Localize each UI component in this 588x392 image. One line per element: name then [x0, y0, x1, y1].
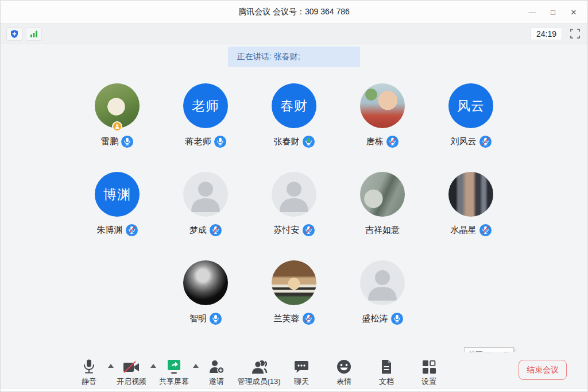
participant-tile[interactable]: 雷鹏 [73, 83, 161, 148]
avatar-photo-man [183, 260, 228, 305]
participant-tile[interactable]: 兰芙蓉 [250, 260, 338, 325]
participant-name: 张春财 [274, 136, 300, 147]
avatar: 老师 [183, 83, 228, 128]
avatar [272, 260, 316, 305]
avatar-placeholder [183, 172, 228, 217]
avatar [183, 260, 228, 305]
person-silhouette-icon [360, 260, 405, 305]
toolbar-chat-button[interactable]: 聊天 [285, 357, 318, 387]
participant-name: 兰芙蓉 [274, 313, 300, 324]
participant-tile[interactable]: 老师蒋老师 [161, 83, 250, 148]
participant-name-row: 吉祥如意 [365, 223, 400, 237]
participant-name-row: 苏忖安 [274, 223, 315, 237]
toolbar-emoji-button[interactable]: 表情 [328, 357, 360, 387]
participant-tile[interactable]: 春财张春财 [250, 83, 338, 148]
toolbar-mic-button[interactable]: 静音 [73, 357, 105, 387]
mic-muted-icon [303, 313, 315, 325]
participant-name: 梦成 [189, 225, 207, 236]
participant-tile[interactable]: 水晶星 [427, 172, 515, 237]
avatar: 博渊 [95, 172, 140, 217]
avatar [95, 83, 140, 128]
expand-arrow-icon[interactable] [150, 364, 156, 368]
expand-arrow-icon[interactable] [193, 364, 199, 368]
minimize-button[interactable]: — [524, 4, 540, 20]
participant-tile[interactable]: 吉祥如意 [338, 172, 427, 237]
participant-tile[interactable]: 博渊朱博渊 [73, 172, 161, 237]
participant-tile[interactable]: 苏忖安 [250, 172, 338, 237]
bottom-toolbar: 静音开启视频共享屏幕邀请管理成员(13)聊天表情文档设置 结束会议 [1, 352, 587, 391]
person-silhouette-icon [183, 172, 228, 217]
mic-muted-icon [479, 136, 492, 148]
close-button[interactable]: ✕ [566, 4, 582, 20]
participant-name-row: 雷鹏 [101, 134, 133, 148]
top-toolbar: 24:19 [1, 24, 587, 44]
mic-muted-icon [386, 136, 399, 148]
toolbar-label: 共享屏幕 [159, 376, 189, 387]
title-bar: 腾讯会议 会议号：309 364 786 — □ ✕ [1, 1, 587, 24]
participant-tile[interactable]: 梦成 [161, 172, 250, 237]
host-badge-icon [112, 121, 122, 132]
participant-tile[interactable]: 唐栋 [338, 83, 427, 148]
avatar-photo-baby [360, 83, 405, 128]
window-controls: — □ ✕ [524, 1, 582, 24]
camera-off-icon [122, 357, 141, 374]
toolbar-label: 表情 [336, 376, 351, 387]
avatar-initials-text: 博渊 [103, 186, 131, 203]
share-screen-icon [166, 357, 182, 374]
avatar: 风云 [448, 83, 493, 128]
person-silhouette-icon [272, 172, 316, 217]
participant-name: 吉祥如意 [365, 225, 400, 236]
participant-name: 刘风云 [451, 136, 477, 147]
invite-icon [208, 357, 225, 374]
mic-muted-icon [303, 224, 315, 236]
participant-tile[interactable]: 盛松涛 [338, 260, 427, 325]
avatar-photo-window [448, 172, 493, 217]
participant-row: 雷鹏 老师蒋老师 春财张春财 唐栋 风云刘风云 [1, 83, 587, 148]
maximize-button[interactable]: □ [545, 4, 561, 20]
mic-muted-icon [479, 224, 492, 236]
participant-name: 朱博渊 [97, 225, 123, 236]
participant-name: 盛松涛 [362, 313, 388, 324]
participant-name-row: 智明 [189, 312, 222, 325]
mic-on-icon [121, 136, 133, 148]
end-meeting-button[interactable]: 结束会议 [519, 360, 567, 380]
mic-speaking-icon [303, 136, 315, 148]
participant-tile[interactable]: 风云刘风云 [427, 83, 515, 148]
participant-name-row: 蒋老师 [185, 134, 226, 148]
mic-muted-icon [210, 224, 222, 236]
toolbar-docs-button[interactable]: 文档 [370, 357, 403, 387]
window-title: 腾讯会议 会议号：309 364 786 [238, 7, 350, 17]
toolbar-camera-off-button[interactable]: 开启视频 [115, 357, 148, 387]
participant-tile[interactable]: 智明 [161, 260, 250, 325]
participant-name-row: 兰芙蓉 [274, 312, 315, 325]
avatar-placeholder [360, 260, 405, 305]
participant-row: 博渊朱博渊 梦成 苏忖安 吉祥如意水晶星 [1, 172, 587, 237]
avatar-initials-text: 老师 [192, 97, 219, 115]
toolbar-label: 管理成员(13) [237, 376, 280, 387]
settings-icon [422, 357, 436, 374]
participant-name-row: 梦成 [189, 223, 222, 237]
avatar-initials-text: 风云 [457, 97, 485, 115]
meeting-window: 腾讯会议 会议号：309 364 786 — □ ✕ 24:19 [0, 0, 588, 392]
toolbar-settings-button[interactable]: 设置 [413, 357, 445, 387]
avatar-photo-doll [272, 260, 316, 305]
meeting-timer: 24:19 [531, 28, 562, 40]
avatar [448, 172, 493, 217]
security-shield-icon[interactable] [6, 27, 22, 41]
members-icon [250, 357, 268, 374]
participant-name-row: 朱博渊 [97, 223, 138, 237]
fullscreen-icon[interactable] [568, 27, 582, 41]
mic-on-icon [391, 313, 403, 325]
participant-name: 唐栋 [366, 136, 384, 147]
participant-grid: 雷鹏 老师蒋老师 春财张春财 唐栋 风云刘风云 博渊朱博渊 梦成 苏忖安 吉祥如… [1, 83, 587, 325]
expand-arrow-icon[interactable] [108, 364, 114, 368]
toolbar-invite-button[interactable]: 邀请 [200, 357, 233, 387]
avatar: 春财 [272, 83, 316, 128]
toolbar-members-button[interactable]: 管理成员(13) [243, 357, 275, 387]
network-signal-icon[interactable] [26, 27, 42, 41]
meeting-main-area: 正在讲话: 张春财; 雷鹏 老师蒋老师 春财张春财 唐栋 风云刘风云 博渊朱博渊… [1, 44, 587, 352]
speaking-banner: 正在讲话: 张春财; [228, 47, 360, 67]
participant-name: 水晶星 [451, 225, 477, 236]
toolbar-share-screen-button[interactable]: 共享屏幕 [158, 357, 190, 387]
participant-row: 智明 兰芙蓉 盛松涛 [1, 260, 587, 325]
